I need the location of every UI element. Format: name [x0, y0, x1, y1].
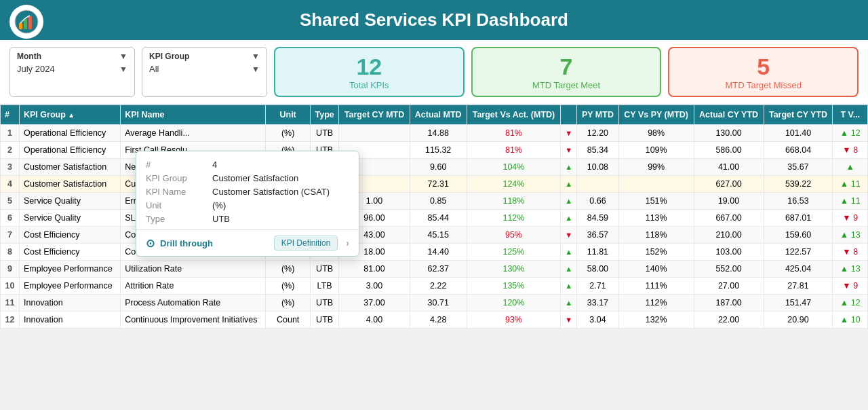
cell-num: 11 — [1, 295, 20, 312]
col-actual-cy-ytd: Actual CY YTD — [694, 105, 764, 125]
cell-cy-vs-py: 99% — [618, 159, 694, 176]
cell-tv: ▲ 11 — [833, 176, 868, 193]
cell-actual-cy-ytd: 667.00 — [694, 210, 764, 227]
cell-target-cy-ytd: 122.57 — [764, 244, 833, 261]
cell-tva-arrow: ▲ — [561, 295, 577, 312]
popup-unit-key: Unit — [146, 200, 207, 210]
cell-tv: ▼ 8 — [833, 142, 868, 159]
cell-cy-vs-py — [618, 176, 694, 193]
cell-tva-pct: 120% — [467, 295, 560, 312]
col-kpi-group[interactable]: KPI Group ▲ — [20, 105, 121, 125]
cell-py-mtd: 84.59 — [577, 210, 619, 227]
kpi-group-filter-value: All — [149, 64, 159, 74]
cell-kpi-name: Process Automation Rate — [121, 295, 266, 312]
cell-tva-pct: 125% — [467, 244, 560, 261]
kpi-definition-badge[interactable]: KPI Definition — [274, 236, 338, 250]
cell-target-cy-mtd — [339, 125, 410, 142]
col-unit: Unit — [266, 105, 311, 125]
cell-num: 1 — [1, 125, 20, 142]
cell-tva-arrow: ▲ — [561, 244, 577, 261]
drill-through-popup[interactable]: # 4 KPI Group Customer Satisfaction KPI … — [136, 151, 359, 257]
cell-kpi-name: Utilization Rate — [121, 261, 266, 278]
table-row[interactable]: 5 Service Quality Error Rate (%) LTB 1.0… — [1, 193, 868, 210]
cell-num: 4 — [1, 176, 20, 193]
cell-kpi-group: Employee Performance — [20, 261, 121, 278]
cell-unit: (%) — [266, 295, 311, 312]
cell-actual-cy-ytd: 130.00 — [694, 125, 764, 142]
drill-through-button[interactable]: ⊙ Drill through KPI Definition › — [146, 230, 349, 256]
col-kpi-name[interactable]: KPI Name — [121, 105, 266, 125]
cell-num: 8 — [1, 244, 20, 261]
cell-num: 3 — [1, 159, 20, 176]
cell-tv: ▲ 10 — [833, 312, 868, 329]
cell-kpi-name: Continuous Improvement Initiatives — [121, 312, 266, 329]
cell-type: LTB — [310, 278, 338, 295]
cell-tv: ▲ 13 — [833, 261, 868, 278]
cell-py-mtd: 11.81 — [577, 244, 619, 261]
cell-tva-pct: 112% — [467, 210, 560, 227]
cell-actual-mtd: 4.28 — [410, 312, 467, 329]
cell-num: 6 — [1, 210, 20, 227]
top-bar: Month ▼ July 2024 ▼ KPI Group ▼ All ▼ 12… — [0, 40, 868, 105]
cell-tva-pct: 93% — [467, 312, 560, 329]
cell-actual-cy-ytd: 103.00 — [694, 244, 764, 261]
cell-tv: ▲ — [833, 159, 868, 176]
cell-target-cy-ytd: 20.90 — [764, 312, 833, 329]
cell-type: UTB — [310, 295, 338, 312]
cell-tva-arrow: ▲ — [561, 261, 577, 278]
col-tv: T V... — [833, 105, 868, 125]
cell-tva-pct: 81% — [467, 125, 560, 142]
cell-tv: ▼ 9 — [833, 210, 868, 227]
total-kpis-number: 12 — [356, 54, 382, 80]
cell-kpi-group: Innovation — [20, 295, 121, 312]
table-row[interactable]: 12 Innovation Continuous Improvement Ini… — [1, 312, 868, 329]
cell-unit: (%) — [266, 261, 311, 278]
month-filter-value: July 2024 — [17, 64, 55, 74]
cell-actual-mtd: 30.71 — [410, 295, 467, 312]
table-row[interactable]: 9 Employee Performance Utilization Rate … — [1, 261, 868, 278]
mtd-missed-number: 5 — [757, 54, 770, 80]
cell-cy-vs-py: 112% — [618, 295, 694, 312]
cell-unit: Count — [266, 312, 311, 329]
cell-target-cy-mtd: 3.00 — [339, 278, 410, 295]
table-row[interactable]: 8 Cost Efficiency Cost Savings (%) UTB 1… — [1, 244, 868, 261]
table-row[interactable]: 3 Customer Satisfaction Net Promoter S..… — [1, 159, 868, 176]
month-value-chevron-icon: ▼ — [119, 64, 127, 74]
cell-target-cy-mtd: 37.00 — [339, 295, 410, 312]
cell-actual-cy-ytd: 19.00 — [694, 193, 764, 210]
table-row[interactable]: 4 Customer Satisfaction Customer Satisf.… — [1, 176, 868, 193]
col-tva-mtd: Target Vs Act. (MTD) — [467, 105, 560, 125]
kpi-group-filter[interactable]: KPI Group ▼ All ▼ — [142, 47, 267, 97]
cell-cy-vs-py: 98% — [618, 125, 694, 142]
table-row[interactable]: 2 Operational Efficiency First Call Reso… — [1, 142, 868, 159]
col-target-cy-ytd: Target CY YTD — [764, 105, 833, 125]
cell-actual-mtd: 72.31 — [410, 176, 467, 193]
cell-kpi-group: Cost Efficiency — [20, 244, 121, 261]
cell-actual-cy-ytd: 41.00 — [694, 159, 764, 176]
cell-py-mtd: 2.71 — [577, 278, 619, 295]
cell-tva-pct: 95% — [467, 227, 560, 244]
cell-py-mtd: 33.17 — [577, 295, 619, 312]
cell-actual-cy-ytd: 187.00 — [694, 295, 764, 312]
table-row[interactable]: 11 Innovation Process Automation Rate (%… — [1, 295, 868, 312]
cell-py-mtd: 85.34 — [577, 142, 619, 159]
popup-unit-val: (%) — [212, 200, 226, 210]
table-row[interactable]: 7 Cost Efficiency Cost per Transaction C… — [1, 227, 868, 244]
popup-kpi-name-val: Customer Satisfaction (CSAT) — [212, 187, 330, 197]
table-row[interactable]: 1 Operational Efficiency Average Handli.… — [1, 125, 868, 142]
cell-target-cy-ytd: 159.60 — [764, 227, 833, 244]
kpi-group-value-chevron-icon: ▼ — [252, 64, 260, 74]
cell-target-cy-mtd: 4.00 — [339, 312, 410, 329]
col-py-mtd: PY MTD — [577, 105, 619, 125]
cell-num: 2 — [1, 142, 20, 159]
cell-target-cy-ytd: 425.04 — [764, 261, 833, 278]
cell-target-cy-ytd: 687.01 — [764, 210, 833, 227]
cell-py-mtd: 0.66 — [577, 193, 619, 210]
cell-kpi-group: Customer Satisfaction — [20, 176, 121, 193]
table-row[interactable]: 6 Service Quality SLA Compliance (%) UTB… — [1, 210, 868, 227]
total-kpis-label: Total KPIs — [349, 80, 389, 90]
cell-actual-cy-ytd: 552.00 — [694, 261, 764, 278]
cell-py-mtd: 3.04 — [577, 312, 619, 329]
table-row[interactable]: 10 Employee Performance Attrition Rate (… — [1, 278, 868, 295]
month-filter[interactable]: Month ▼ July 2024 ▼ — [9, 47, 135, 97]
